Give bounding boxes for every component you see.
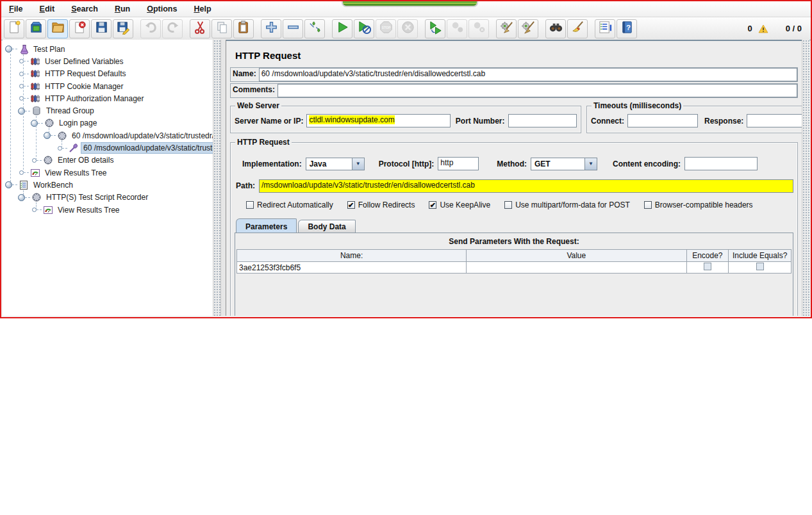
clear-all-button[interactable] <box>518 19 538 38</box>
remote-start-all-button[interactable] <box>425 19 445 38</box>
name-input[interactable]: 60 /msdownload/update/v3/static/trustedr… <box>259 68 797 81</box>
remote-stop-all-button[interactable] <box>447 19 467 38</box>
tree-item[interactable]: HTTP(S) Test Script Recorder <box>3 192 213 204</box>
test-plan-tree: Test PlanUser Defined VariablesHTTP Requ… <box>3 40 213 216</box>
stop-button[interactable]: STOP <box>376 19 396 38</box>
search-button[interactable] <box>545 19 566 38</box>
comments-input[interactable] <box>278 84 797 97</box>
cut-button[interactable] <box>190 19 210 38</box>
close-button[interactable] <box>69 19 90 38</box>
param-value-cell[interactable] <box>467 262 686 274</box>
method-select[interactable]: GET ▼ <box>531 158 597 170</box>
tree-item[interactable]: 60 /msdownload/update/v3/static/trustedr… <box>3 129 213 142</box>
remote-shutdown-all-button[interactable] <box>468 19 489 38</box>
undo-button[interactable] <box>140 19 161 38</box>
menu-search[interactable]: Search <box>71 4 98 13</box>
path-input[interactable]: /msdownload/update/v3/static/trustedr/en… <box>259 179 793 193</box>
connect-input[interactable] <box>627 114 698 127</box>
menu-file[interactable]: File <box>9 4 23 13</box>
help-button[interactable]: ? <box>617 19 637 38</box>
shutdown-button[interactable] <box>397 19 418 38</box>
add-button[interactable] <box>261 19 281 38</box>
protocol-input[interactable]: http <box>438 157 479 170</box>
tab-parameters[interactable]: Parameters <box>236 218 297 233</box>
search-reset-button[interactable] <box>567 19 588 38</box>
tree-expander-icon[interactable] <box>18 108 25 115</box>
tree-connector <box>24 98 29 99</box>
tree-expander-icon[interactable] <box>44 132 51 139</box>
menu-help[interactable]: Help <box>194 4 211 13</box>
warning-icon[interactable] <box>758 24 769 34</box>
svg-text:STOP: STOP <box>381 26 391 29</box>
tree-item[interactable]: User Defined Variables <box>3 55 213 67</box>
clear-button[interactable] <box>496 19 517 38</box>
copy-button[interactable] <box>211 19 232 38</box>
tree-item[interactable]: Test Plan <box>3 43 213 55</box>
remove-button[interactable] <box>283 19 303 38</box>
tree-guide-line <box>23 54 24 173</box>
checkbox-browser-compatible-headers[interactable]: Browser-compatible headers <box>644 200 753 209</box>
checkbox-redirect-automatically[interactable]: Redirect Automatically <box>246 200 333 209</box>
start-button[interactable] <box>332 19 352 38</box>
implementation-label: Implementation: <box>242 159 302 168</box>
tree-item[interactable]: HTTP Cookie Manager <box>3 80 213 92</box>
param-encode-cell[interactable] <box>686 262 729 274</box>
response-input[interactable] <box>747 114 802 127</box>
restart-gui-button[interactable] <box>304 19 325 38</box>
checkbox-icon[interactable] <box>704 263 711 270</box>
toolbar-separator <box>326 28 331 29</box>
tree-item[interactable]: View Results Tree <box>3 167 213 179</box>
search-reset-icon <box>570 20 585 37</box>
checkbox-icon[interactable] <box>756 263 764 270</box>
tree-expander-icon[interactable] <box>5 181 12 188</box>
tab-body-data[interactable]: Body Data <box>298 220 355 233</box>
paste-button[interactable] <box>233 19 254 38</box>
templates-button[interactable] <box>26 19 46 38</box>
toolbar-separator <box>254 28 260 29</box>
start-no-pauses-button[interactable] <box>354 19 374 38</box>
param-name-cell[interactable]: 3ae21253f3fcb6f5 <box>237 262 467 274</box>
main-scrollbar[interactable] <box>802 40 809 316</box>
tree-expander-icon[interactable] <box>18 194 25 201</box>
tree-item[interactable]: HTTP Request Defaults <box>3 68 213 80</box>
save-button[interactable] <box>91 19 112 38</box>
server-name-input[interactable]: ctldl.windowsupdate.com <box>306 114 450 127</box>
menu-edit[interactable]: Edit <box>40 4 55 13</box>
tree-item[interactable]: Thread Group <box>3 104 213 117</box>
redo-button[interactable] <box>162 19 183 38</box>
tree-item[interactable]: WorkBench <box>3 179 213 191</box>
checkbox-use-keepalive[interactable]: ✔Use KeepAlive <box>429 200 490 209</box>
parameters-panel: Send Parameters With the Request: Name:V… <box>235 233 793 316</box>
column-header[interactable]: Value <box>467 250 686 262</box>
checkbox-use-multipart-form-data-for-post[interactable]: Use multipart/form-data for POST <box>504 200 630 209</box>
menu-run[interactable]: Run <box>115 4 130 13</box>
content-encoding-input[interactable] <box>684 157 758 170</box>
tree-expander-icon[interactable] <box>5 45 12 53</box>
tree-item[interactable]: Login page <box>3 117 213 129</box>
param-include-equals-cell[interactable] <box>729 262 791 274</box>
remote-start-all-icon <box>428 20 443 37</box>
table-row[interactable]: 3ae21253f3fcb6f5 <box>237 262 791 274</box>
save-as-button[interactable] <box>113 19 133 38</box>
tree-expander-icon[interactable] <box>31 120 38 127</box>
open-button[interactable] <box>47 19 68 38</box>
checkbox-follow-redirects[interactable]: ✔Follow Redirects <box>347 200 415 209</box>
error-count[interactable]: 0 <box>747 24 752 33</box>
chevron-down-icon: ▼ <box>584 158 597 170</box>
http-request-group-title: HTTP Request <box>235 138 292 147</box>
tree-item[interactable]: 60 /msdownload/update/v3/static/trustedr… <box>3 142 213 154</box>
split-divider[interactable] <box>220 40 226 316</box>
implementation-select[interactable]: Java ▼ <box>306 158 365 170</box>
tree-scrollbar[interactable] <box>213 40 220 316</box>
column-header[interactable]: Include Equals? <box>729 250 791 262</box>
tree-item[interactable]: HTTP Authorization Manager <box>3 92 213 104</box>
name-row: Name: 60 /msdownload/update/v3/static/tr… <box>230 67 798 82</box>
menu-options[interactable]: Options <box>147 4 177 13</box>
column-header[interactable]: Encode? <box>686 250 729 262</box>
tree-item[interactable]: Enter OB details <box>3 154 213 167</box>
function-helper-button[interactable] <box>595 19 615 38</box>
column-header[interactable]: Name: <box>237 250 467 262</box>
tree-item[interactable]: View Results Tree <box>3 204 213 216</box>
new-button[interactable] <box>4 19 24 38</box>
port-number-input[interactable] <box>508 114 577 127</box>
